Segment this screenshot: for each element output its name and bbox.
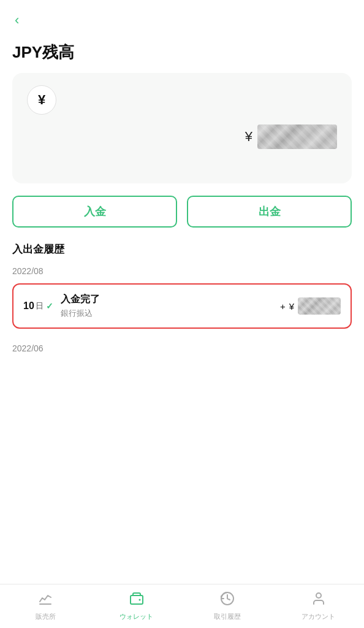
back-button[interactable]: ‹ bbox=[12, 10, 21, 31]
day-kanji: 日 bbox=[36, 301, 44, 312]
withdraw-button[interactable]: 出金 bbox=[187, 196, 352, 228]
transaction-item[interactable]: 10 日 ✓ 入金完了 銀行振込 + ¥ bbox=[12, 283, 352, 329]
nav-label-market: 販売所 bbox=[36, 612, 56, 621]
svg-point-4 bbox=[316, 593, 321, 598]
history-icon bbox=[220, 591, 235, 610]
deposit-button[interactable]: 入金 bbox=[12, 196, 177, 228]
history-section-title: 入出金履歴 bbox=[0, 242, 364, 266]
nav-item-history[interactable]: 取引履歴 bbox=[182, 586, 273, 626]
nav-label-wallet: ウォレット bbox=[119, 612, 153, 621]
transaction-yen-sign: ¥ bbox=[289, 301, 294, 312]
action-buttons: 入金 出金 bbox=[12, 196, 352, 228]
transaction-title: 入金完了 bbox=[61, 293, 273, 306]
trend-icon bbox=[38, 591, 53, 610]
transaction-subtitle: 銀行振込 bbox=[61, 308, 273, 319]
nav-item-market[interactable]: 販売所 bbox=[0, 586, 91, 626]
transaction-amount-blurred bbox=[298, 297, 341, 315]
yen-icon-circle: ¥ bbox=[27, 85, 56, 115]
check-icon: ✓ bbox=[46, 301, 53, 311]
transaction-plus-sign: + bbox=[280, 301, 286, 312]
nav-item-wallet[interactable]: ウォレット bbox=[91, 586, 183, 626]
balance-amount-row: ¥ bbox=[27, 124, 337, 149]
balance-blurred-amount bbox=[257, 124, 337, 149]
transaction-info: 入金完了 銀行振込 bbox=[61, 293, 273, 319]
nav-label-history: 取引履歴 bbox=[214, 612, 241, 621]
bottom-navigation: 販売所 ウォレット 取引履歴 bbox=[0, 584, 364, 628]
balance-card: ¥ ¥ bbox=[12, 73, 352, 183]
month-label-2022-08: 2022/08 bbox=[0, 266, 364, 283]
nav-item-account[interactable]: アカウント bbox=[273, 586, 365, 626]
transaction-day: 10 日 ✓ bbox=[23, 301, 53, 312]
svg-rect-1 bbox=[131, 595, 143, 604]
nav-label-account: アカウント bbox=[301, 612, 335, 621]
header: ‹ bbox=[0, 0, 364, 36]
svg-point-2 bbox=[138, 599, 140, 601]
page-title: JPY残高 bbox=[0, 36, 364, 73]
transaction-amount-row: + ¥ bbox=[280, 297, 341, 315]
account-icon bbox=[311, 591, 326, 610]
month-label-2022-06: 2022/06 bbox=[0, 334, 364, 353]
balance-yen-symbol: ¥ bbox=[245, 129, 252, 145]
main-content: ‹ JPY残高 ¥ ¥ 入金 出金 入出金履歴 2022/08 10 日 ✓ 入… bbox=[0, 0, 364, 402]
wallet-icon bbox=[129, 591, 144, 610]
